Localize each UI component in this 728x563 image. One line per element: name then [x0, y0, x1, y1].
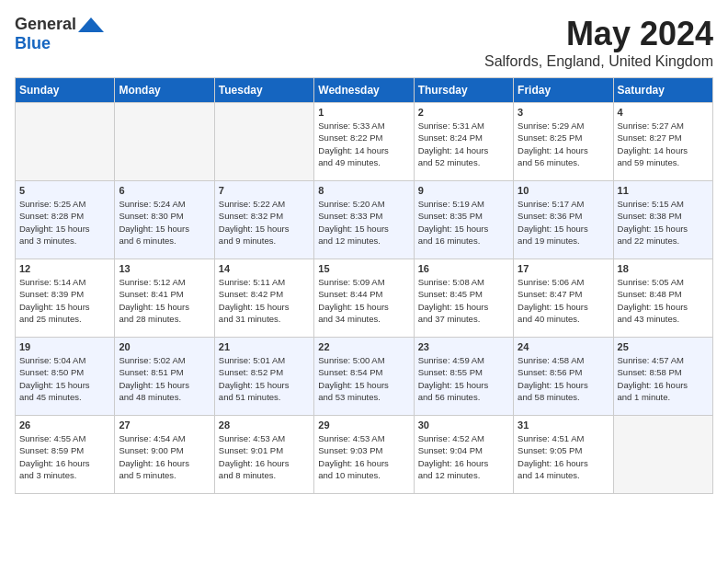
- day-number: 9: [418, 185, 509, 196]
- calendar-cell: 7Sunrise: 5:22 AM Sunset: 8:32 PM Daylig…: [214, 181, 313, 259]
- week-row-5: 26Sunrise: 4:55 AM Sunset: 8:59 PM Dayli…: [16, 416, 713, 494]
- calendar-cell: 26Sunrise: 4:55 AM Sunset: 8:59 PM Dayli…: [16, 416, 115, 494]
- day-number: 26: [19, 419, 110, 431]
- day-info: Sunrise: 4:52 AM Sunset: 9:04 PM Dayligh…: [418, 432, 509, 481]
- day-info: Sunrise: 4:51 AM Sunset: 9:05 PM Dayligh…: [518, 432, 609, 481]
- week-row-4: 19Sunrise: 5:04 AM Sunset: 8:50 PM Dayli…: [16, 338, 713, 416]
- calendar-cell: 2Sunrise: 5:31 AM Sunset: 8:24 PM Daylig…: [414, 103, 513, 181]
- day-number: 3: [518, 107, 609, 118]
- calendar-cell: 23Sunrise: 4:59 AM Sunset: 8:55 PM Dayli…: [414, 338, 513, 416]
- calendar-table: SundayMondayTuesdayWednesdayThursdayFrid…: [15, 77, 713, 494]
- day-number: 27: [119, 419, 210, 431]
- day-number: 28: [219, 419, 310, 431]
- calendar-cell: 8Sunrise: 5:20 AM Sunset: 8:33 PM Daylig…: [314, 181, 414, 259]
- day-number: 11: [618, 185, 709, 196]
- header-cell-wednesday: Wednesday: [314, 78, 414, 103]
- day-number: 18: [618, 263, 709, 274]
- calendar-cell: 16Sunrise: 5:08 AM Sunset: 8:45 PM Dayli…: [414, 259, 513, 338]
- day-info: Sunrise: 4:54 AM Sunset: 9:00 PM Dayligh…: [119, 432, 210, 481]
- day-info: Sunrise: 5:08 AM Sunset: 8:45 PM Dayligh…: [418, 276, 509, 325]
- day-info: Sunrise: 5:17 AM Sunset: 8:36 PM Dayligh…: [518, 198, 609, 247]
- calendar-cell: 30Sunrise: 4:52 AM Sunset: 9:04 PM Dayli…: [414, 416, 513, 494]
- header-row: SundayMondayTuesdayWednesdayThursdayFrid…: [16, 78, 713, 103]
- page-header: General Blue May 2024 Salfords, England,…: [15, 15, 713, 70]
- day-info: Sunrise: 5:29 AM Sunset: 8:25 PM Dayligh…: [518, 120, 609, 168]
- day-number: 20: [119, 341, 210, 352]
- day-number: 8: [318, 185, 409, 196]
- calendar-cell: 14Sunrise: 5:11 AM Sunset: 8:42 PM Dayli…: [214, 259, 313, 338]
- week-row-2: 5Sunrise: 5:25 AM Sunset: 8:28 PM Daylig…: [16, 181, 713, 259]
- day-info: Sunrise: 5:19 AM Sunset: 8:35 PM Dayligh…: [418, 198, 509, 247]
- day-number: 19: [19, 341, 110, 352]
- week-row-1: 1Sunrise: 5:33 AM Sunset: 8:22 PM Daylig…: [16, 103, 713, 181]
- day-info: Sunrise: 5:22 AM Sunset: 8:32 PM Dayligh…: [219, 198, 310, 247]
- day-number: 1: [318, 107, 409, 118]
- day-info: Sunrise: 5:06 AM Sunset: 8:47 PM Dayligh…: [518, 276, 609, 325]
- day-info: Sunrise: 5:25 AM Sunset: 8:28 PM Dayligh…: [19, 198, 110, 247]
- header-cell-thursday: Thursday: [414, 78, 513, 103]
- day-info: Sunrise: 5:05 AM Sunset: 8:48 PM Dayligh…: [618, 276, 709, 325]
- day-info: Sunrise: 4:59 AM Sunset: 8:55 PM Dayligh…: [418, 354, 509, 403]
- day-number: 5: [19, 185, 110, 196]
- calendar-cell: 19Sunrise: 5:04 AM Sunset: 8:50 PM Dayli…: [16, 338, 115, 416]
- calendar-cell: 20Sunrise: 5:02 AM Sunset: 8:51 PM Dayli…: [115, 338, 214, 416]
- day-number: 21: [219, 341, 310, 352]
- calendar-cell: [115, 103, 214, 181]
- day-info: Sunrise: 5:12 AM Sunset: 8:41 PM Dayligh…: [119, 276, 210, 325]
- calendar-cell: [613, 416, 712, 494]
- day-number: 25: [618, 341, 709, 352]
- calendar-cell: 29Sunrise: 4:53 AM Sunset: 9:03 PM Dayli…: [314, 416, 414, 494]
- title-block: May 2024 Salfords, England, United Kingd…: [484, 15, 713, 70]
- header-cell-saturday: Saturday: [613, 78, 712, 103]
- day-number: 13: [119, 263, 210, 274]
- calendar-cell: 18Sunrise: 5:05 AM Sunset: 8:48 PM Dayli…: [613, 259, 712, 338]
- day-info: Sunrise: 4:53 AM Sunset: 9:01 PM Dayligh…: [219, 432, 310, 481]
- day-info: Sunrise: 5:20 AM Sunset: 8:33 PM Dayligh…: [318, 198, 409, 247]
- day-info: Sunrise: 5:31 AM Sunset: 8:24 PM Dayligh…: [418, 120, 509, 168]
- header-cell-tuesday: Tuesday: [214, 78, 313, 103]
- day-number: 7: [219, 185, 310, 196]
- logo-general-text: General: [15, 15, 76, 34]
- day-info: Sunrise: 5:02 AM Sunset: 8:51 PM Dayligh…: [119, 354, 210, 403]
- location: Salfords, England, United Kingdom: [484, 53, 713, 70]
- calendar-cell: 5Sunrise: 5:25 AM Sunset: 8:28 PM Daylig…: [16, 181, 115, 259]
- day-number: 22: [318, 341, 409, 352]
- day-info: Sunrise: 4:57 AM Sunset: 8:58 PM Dayligh…: [618, 354, 709, 403]
- calendar-cell: 28Sunrise: 4:53 AM Sunset: 9:01 PM Dayli…: [214, 416, 313, 494]
- calendar-cell: 21Sunrise: 5:01 AM Sunset: 8:52 PM Dayli…: [214, 338, 313, 416]
- calendar-cell: 24Sunrise: 4:58 AM Sunset: 8:56 PM Dayli…: [514, 338, 613, 416]
- calendar-cell: 10Sunrise: 5:17 AM Sunset: 8:36 PM Dayli…: [514, 181, 613, 259]
- logo-icon: [78, 16, 104, 34]
- calendar-cell: 3Sunrise: 5:29 AM Sunset: 8:25 PM Daylig…: [514, 103, 613, 181]
- logo-blue-text: Blue: [15, 34, 51, 52]
- svg-marker-0: [78, 17, 104, 32]
- day-info: Sunrise: 5:09 AM Sunset: 8:44 PM Dayligh…: [318, 276, 409, 325]
- calendar-cell: 11Sunrise: 5:15 AM Sunset: 8:38 PM Dayli…: [613, 181, 712, 259]
- day-info: Sunrise: 4:58 AM Sunset: 8:56 PM Dayligh…: [518, 354, 609, 403]
- calendar-cell: 9Sunrise: 5:19 AM Sunset: 8:35 PM Daylig…: [414, 181, 513, 259]
- header-cell-sunday: Sunday: [16, 78, 115, 103]
- calendar-cell: 4Sunrise: 5:27 AM Sunset: 8:27 PM Daylig…: [613, 103, 712, 181]
- day-number: 31: [518, 419, 609, 431]
- day-number: 14: [219, 263, 310, 274]
- day-info: Sunrise: 5:00 AM Sunset: 8:54 PM Dayligh…: [318, 354, 409, 403]
- calendar-cell: 15Sunrise: 5:09 AM Sunset: 8:44 PM Dayli…: [314, 259, 414, 338]
- day-info: Sunrise: 4:53 AM Sunset: 9:03 PM Dayligh…: [318, 432, 409, 481]
- day-info: Sunrise: 5:27 AM Sunset: 8:27 PM Dayligh…: [618, 120, 709, 168]
- day-info: Sunrise: 5:11 AM Sunset: 8:42 PM Dayligh…: [219, 276, 310, 325]
- logo: General Blue: [15, 15, 104, 53]
- day-number: 29: [318, 419, 409, 431]
- day-number: 16: [418, 263, 509, 274]
- day-number: 10: [518, 185, 609, 196]
- day-info: Sunrise: 5:04 AM Sunset: 8:50 PM Dayligh…: [19, 354, 110, 403]
- day-number: 23: [418, 341, 509, 352]
- calendar-cell: 17Sunrise: 5:06 AM Sunset: 8:47 PM Dayli…: [514, 259, 613, 338]
- day-info: Sunrise: 5:01 AM Sunset: 8:52 PM Dayligh…: [219, 354, 310, 403]
- header-cell-monday: Monday: [115, 78, 214, 103]
- header-cell-friday: Friday: [514, 78, 613, 103]
- day-number: 2: [418, 107, 509, 118]
- calendar-cell: 22Sunrise: 5:00 AM Sunset: 8:54 PM Dayli…: [314, 338, 414, 416]
- calendar-cell: [214, 103, 313, 181]
- calendar-cell: 31Sunrise: 4:51 AM Sunset: 9:05 PM Dayli…: [514, 416, 613, 494]
- calendar-cell: 25Sunrise: 4:57 AM Sunset: 8:58 PM Dayli…: [613, 338, 712, 416]
